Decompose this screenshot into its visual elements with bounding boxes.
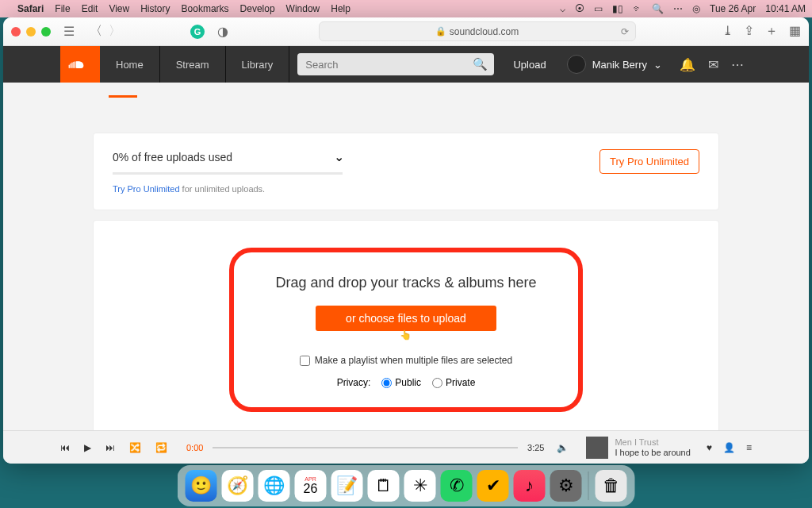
- menu-edit[interactable]: Edit: [82, 3, 98, 14]
- lock-icon: 🔒: [435, 26, 446, 37]
- url-host: soundcloud.com: [450, 26, 519, 37]
- screenrec-icon[interactable]: ⦿: [575, 3, 584, 14]
- play-icon[interactable]: ▶: [84, 442, 91, 453]
- try-pro-button[interactable]: Try Pro Unlimited: [599, 149, 699, 174]
- user-menu[interactable]: Manik Berry ⌄: [557, 46, 672, 83]
- dock-whatsapp[interactable]: ✆: [441, 470, 473, 502]
- chevron-down-icon[interactable]: ⌄: [334, 149, 344, 164]
- dock-finder[interactable]: 🙂: [186, 470, 217, 502]
- repeat-icon[interactable]: 🔁: [155, 442, 167, 453]
- dock-calendar[interactable]: APR26: [295, 470, 327, 502]
- privacy-private-radio[interactable]: [432, 378, 442, 388]
- search-icon[interactable]: 🔍: [473, 57, 488, 71]
- grammarly-extension-icon[interactable]: G: [190, 25, 205, 39]
- minimize-window-button[interactable]: [26, 27, 36, 37]
- messages-icon[interactable]: ✉: [708, 57, 718, 72]
- forward-button[interactable]: 〉: [106, 23, 124, 40]
- nav-stream[interactable]: Stream: [160, 46, 226, 83]
- cloud-icon: [68, 59, 92, 71]
- progress-bar[interactable]: [213, 447, 518, 448]
- menubar-date[interactable]: Tue 26 Apr: [710, 3, 756, 14]
- sidebar-toggle-icon[interactable]: ☰: [60, 23, 78, 40]
- dock-chrome[interactable]: 🌐: [259, 470, 290, 502]
- dock: 🙂 🧭 🌐 APR26 📝 🗒 ✳ ✆ ✔ ♪ ⚙ 🗑: [178, 465, 635, 506]
- menubar-time[interactable]: 10:41 AM: [765, 3, 806, 14]
- dropzone-headline: Drag and drop your tracks & albums here: [275, 275, 536, 291]
- volume-icon[interactable]: 🔈: [557, 442, 569, 453]
- dock-settings[interactable]: ⚙: [550, 470, 582, 502]
- share-icon[interactable]: ⇪: [744, 23, 754, 40]
- menu-help[interactable]: Help: [331, 3, 350, 14]
- wifi-icon[interactable]: ᯤ: [633, 3, 642, 14]
- window-controls: [11, 27, 51, 37]
- privacy-label: Privacy:: [337, 377, 371, 388]
- siri-icon[interactable]: ◎: [692, 3, 700, 14]
- following-icon[interactable]: 👤: [723, 442, 735, 453]
- nav-home[interactable]: Home: [100, 46, 160, 83]
- dock-safari[interactable]: 🧭: [222, 470, 254, 502]
- cursor-icon: 👆: [400, 329, 412, 341]
- soundcloud-logo[interactable]: [60, 46, 100, 83]
- spotlight-icon[interactable]: 🔍: [652, 3, 664, 14]
- dock-notes[interactable]: 🗒: [368, 470, 400, 502]
- safari-toolbar: ☰ 〈 〉 G ◑ 🔒 soundcloud.com ⟳ ⤓ ⇪ ＋ ▦: [3, 17, 809, 46]
- more-menu-icon[interactable]: ⋯: [731, 57, 744, 72]
- like-icon[interactable]: ♥: [707, 442, 712, 453]
- player-bar: ⏮ ▶ ⏭ 🔀 🔁 0:00 3:25 🔈 Men I Trust I hope…: [3, 430, 809, 464]
- quota-subtext: Try Pro Unlimited for unlimited uploads.: [113, 184, 344, 194]
- upload-quota-card: 0% of free uploads used ⌄ Try Pro Unlimi…: [93, 133, 719, 210]
- address-bar[interactable]: 🔒 soundcloud.com ⟳: [319, 21, 636, 41]
- privacy-public[interactable]: Public: [381, 377, 421, 388]
- queue-icon[interactable]: ≡: [746, 442, 752, 453]
- battery-icon[interactable]: ▮▯: [612, 3, 623, 14]
- dock-slack[interactable]: ✳: [404, 470, 436, 502]
- mac-menubar: Safari File Edit View History Bookmarks …: [0, 0, 812, 17]
- soundcloud-header: Home Stream Library 🔍 Upload Manik Berry…: [3, 46, 809, 83]
- notifications-icon[interactable]: 🔔: [680, 57, 695, 72]
- menu-history[interactable]: History: [140, 3, 170, 14]
- dock-ticktick[interactable]: ✔: [477, 470, 509, 502]
- shuffle-icon[interactable]: 🔀: [129, 442, 141, 453]
- prev-track-icon[interactable]: ⏮: [60, 442, 70, 453]
- duration: 3:25: [527, 443, 544, 452]
- upload-dropzone[interactable]: Drag and drop your tracks & albums here …: [229, 248, 582, 412]
- quota-progress-bar: [113, 172, 343, 175]
- upload-link[interactable]: Upload: [502, 46, 557, 83]
- search-input[interactable]: [305, 59, 486, 71]
- now-playing[interactable]: Men I Trust I hope to be around: [586, 437, 690, 459]
- menu-window[interactable]: Window: [286, 3, 320, 14]
- dock-reminders[interactable]: 📝: [331, 470, 363, 502]
- track-artist: Men I Trust: [615, 437, 690, 448]
- make-playlist-label: Make a playlist when multiple files are …: [315, 355, 512, 366]
- dock-music[interactable]: ♪: [514, 470, 546, 502]
- menu-bookmarks[interactable]: Bookmarks: [182, 3, 229, 14]
- nav-library[interactable]: Library: [226, 46, 290, 83]
- menubar-app-name[interactable]: Safari: [17, 3, 44, 14]
- downloads-icon[interactable]: ⤓: [722, 23, 733, 40]
- reload-icon[interactable]: ⟳: [621, 26, 629, 37]
- display-icon[interactable]: ▭: [594, 3, 603, 14]
- tab-overview-icon[interactable]: ▦: [789, 23, 801, 40]
- menu-develop[interactable]: Develop: [240, 3, 275, 14]
- back-button[interactable]: 〈: [87, 23, 105, 40]
- menu-file[interactable]: File: [55, 3, 70, 14]
- choose-files-button[interactable]: or choose files to upload: [316, 306, 496, 331]
- close-window-button[interactable]: [11, 27, 21, 37]
- privacy-public-radio[interactable]: [381, 378, 392, 388]
- make-playlist-checkbox[interactable]: [300, 356, 310, 366]
- control-center-icon[interactable]: ⋯: [673, 3, 683, 14]
- chevron-down-icon: ⌄: [653, 59, 662, 71]
- menu-view[interactable]: View: [109, 3, 129, 14]
- track-artwork: [586, 437, 608, 459]
- dock-trash[interactable]: 🗑: [596, 470, 627, 502]
- make-playlist-row[interactable]: Make a playlist when multiple files are …: [300, 355, 512, 366]
- search-box[interactable]: 🔍: [297, 53, 494, 75]
- try-pro-link[interactable]: Try Pro Unlimited: [113, 184, 180, 194]
- next-track-icon[interactable]: ⏭: [105, 442, 115, 453]
- fullscreen-window-button[interactable]: [41, 27, 51, 37]
- privacy-private[interactable]: Private: [432, 377, 475, 388]
- active-tab-indicator: [109, 95, 137, 98]
- privacy-report-icon[interactable]: ◑: [214, 23, 232, 40]
- new-tab-icon[interactable]: ＋: [765, 23, 778, 40]
- bluetooth-icon[interactable]: ⌵: [560, 3, 565, 14]
